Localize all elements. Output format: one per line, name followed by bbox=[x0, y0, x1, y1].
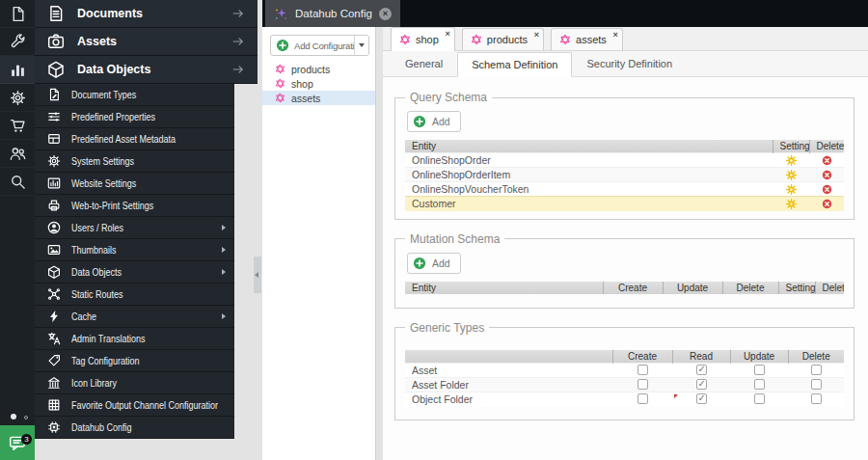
tree-item-label: products bbox=[291, 64, 330, 75]
column-header-settings[interactable]: Settings bbox=[778, 282, 815, 294]
menu-item-predefined-asset-metadata[interactable]: Predefined Asset Metadata bbox=[35, 128, 234, 150]
sidebar-icon-settings[interactable] bbox=[0, 84, 35, 112]
settings-cell bbox=[773, 153, 809, 168]
menu-item-system-settings[interactable]: System Settings bbox=[35, 150, 234, 173]
checkbox-update-object-folder[interactable] bbox=[754, 393, 765, 404]
graphql-icon bbox=[399, 34, 411, 45]
query-schema-legend: Query Schema bbox=[405, 91, 492, 104]
column-header-entity[interactable]: Entity bbox=[405, 140, 773, 153]
gear-icon bbox=[47, 154, 61, 168]
menu-section-data-objects[interactable]: Data Objects bbox=[35, 56, 258, 84]
sidebar-icon-tools[interactable] bbox=[0, 28, 35, 56]
column-header-read[interactable]: Read bbox=[672, 350, 730, 364]
close-icon[interactable]: × bbox=[379, 8, 392, 20]
close-icon[interactable]: × bbox=[534, 30, 539, 40]
menu-item-label: Favorite Output Channel Configurations bbox=[71, 400, 218, 411]
close-icon[interactable]: × bbox=[446, 29, 450, 39]
column-header-settings[interactable]: Settings bbox=[773, 140, 809, 153]
checkbox-delete-asset[interactable] bbox=[811, 365, 822, 375]
sidebar-icon-ecommerce[interactable] bbox=[0, 112, 35, 140]
column-header-update[interactable]: Update bbox=[730, 350, 788, 364]
delete-icon[interactable] bbox=[822, 184, 832, 195]
menu-item-web-to-print-settings[interactable]: Web-to-Print Settings bbox=[35, 195, 234, 217]
column-header-create[interactable]: Create bbox=[612, 350, 672, 364]
menu-item-admin-translations[interactable]: Admin Translations bbox=[35, 328, 234, 350]
panel-collapse-handle[interactable] bbox=[254, 257, 261, 293]
checkbox-create-asset[interactable] bbox=[637, 365, 648, 375]
tree-item-assets[interactable]: assets bbox=[262, 91, 375, 105]
doc-tab-assets[interactable]: assets× bbox=[551, 28, 623, 50]
tab-security-definition[interactable]: Security Definition bbox=[572, 51, 687, 76]
gear-icon bbox=[10, 90, 26, 106]
menu-item-predefined-properties[interactable]: Predefined Properties bbox=[35, 106, 234, 128]
column-header-delete[interactable]: Delete bbox=[788, 350, 844, 364]
checkbox-create-asset-folder[interactable] bbox=[637, 379, 648, 390]
menu-item-website-settings[interactable]: Website Settings bbox=[35, 173, 234, 195]
table-row[interactable]: Customer bbox=[405, 197, 844, 211]
table-row[interactable]: Asset bbox=[405, 363, 844, 377]
sidebar-icon-file[interactable] bbox=[0, 0, 35, 28]
settings-icon[interactable] bbox=[786, 199, 797, 209]
sidebar-icon-users[interactable] bbox=[0, 140, 35, 168]
menu-item-tag-configuration[interactable]: Tag Configuration bbox=[35, 350, 234, 372]
settings-icon[interactable] bbox=[786, 170, 797, 180]
settings-icon[interactable] bbox=[786, 155, 797, 166]
column-header-delete[interactable]: Delete bbox=[722, 282, 778, 294]
menu-item-cache[interactable]: Cache bbox=[35, 306, 234, 328]
delete-icon[interactable] bbox=[822, 170, 832, 180]
tab-schema-definition[interactable]: Schema Definition bbox=[457, 52, 572, 77]
website-icon bbox=[47, 176, 61, 190]
table-row[interactable]: Asset Folder bbox=[405, 377, 844, 392]
table-row[interactable]: OnlineShopOrderItem bbox=[405, 168, 844, 182]
menu-section-documents[interactable]: Documents bbox=[35, 0, 258, 28]
checkbox-read-asset[interactable] bbox=[696, 365, 707, 375]
checkbox-read-object-folder[interactable] bbox=[696, 393, 707, 404]
sidebar-icon-reports[interactable] bbox=[0, 56, 35, 84]
menu-item-favorite-output-channel-configurations[interactable]: Favorite Output Channel Configurations bbox=[35, 394, 234, 417]
tab-general[interactable]: General bbox=[391, 51, 457, 76]
menu-item-static-routes[interactable]: Static Routes bbox=[35, 284, 234, 306]
checkbox-delete-asset-folder[interactable] bbox=[811, 379, 822, 390]
document-tabs: shop×products×assets× bbox=[383, 27, 868, 51]
table-row[interactable]: Object Folder bbox=[405, 392, 844, 406]
menu-item-label: Tag Configuration bbox=[71, 356, 218, 366]
mutation-schema-add-button[interactable]: Add bbox=[407, 253, 461, 274]
checkbox-delete-object-folder[interactable] bbox=[811, 393, 822, 404]
menu-item-document-types[interactable]: Document Types bbox=[35, 84, 234, 106]
table-row[interactable]: OnlineShopVoucherToken bbox=[405, 182, 844, 197]
column-header-blank[interactable] bbox=[405, 350, 612, 364]
checkbox-update-asset-folder[interactable] bbox=[754, 379, 765, 390]
menu-item-data-objects[interactable]: Data Objects bbox=[35, 261, 234, 284]
add-configuration-button[interactable]: Add Configuration bbox=[270, 35, 369, 56]
checkbox-update-asset[interactable] bbox=[754, 365, 765, 375]
checkbox-create-object-folder[interactable] bbox=[637, 393, 648, 404]
menu-section-assets[interactable]: Assets bbox=[35, 28, 258, 56]
menu-item-label: Icon Library bbox=[71, 378, 218, 389]
menu-item-users-roles[interactable]: Users / Roles bbox=[35, 217, 234, 239]
feedback-chat-button[interactable]: 3 bbox=[0, 425, 35, 460]
menu-item-datahub-config[interactable]: Datahub Config bbox=[35, 417, 234, 439]
sidebar-icon-search[interactable] bbox=[0, 168, 35, 196]
column-header-create[interactable]: Create bbox=[603, 282, 663, 294]
delete-cell bbox=[788, 377, 844, 392]
doc-tab-products[interactable]: products× bbox=[462, 28, 544, 50]
close-icon[interactable]: × bbox=[613, 30, 618, 40]
settings-icon[interactable] bbox=[786, 184, 797, 195]
tab-datahub-config[interactable]: Datahub Config × bbox=[265, 0, 400, 27]
menu-item-icon-library[interactable]: Icon Library bbox=[35, 372, 234, 394]
menu-item-thumbnails[interactable]: Thumbnails bbox=[35, 239, 234, 261]
delete-icon[interactable] bbox=[822, 199, 832, 209]
tree-item-shop[interactable]: shop bbox=[262, 76, 375, 91]
doc-tab-shop[interactable]: shop× bbox=[391, 27, 455, 51]
column-header-entity[interactable]: Entity bbox=[405, 282, 603, 294]
delete-cell bbox=[809, 168, 844, 182]
query-schema-add-button[interactable]: Add bbox=[407, 111, 461, 132]
column-header-delete[interactable]: Delete bbox=[815, 282, 844, 294]
checkbox-read-asset-folder[interactable] bbox=[696, 379, 707, 390]
add-configuration-dropdown[interactable] bbox=[354, 36, 368, 55]
column-header-delete[interactable]: Delete bbox=[809, 140, 844, 153]
table-row[interactable]: OnlineShopOrder bbox=[405, 153, 844, 168]
delete-icon[interactable] bbox=[822, 155, 832, 166]
column-header-update[interactable]: Update bbox=[663, 282, 722, 294]
tree-item-products[interactable]: products bbox=[262, 62, 375, 76]
